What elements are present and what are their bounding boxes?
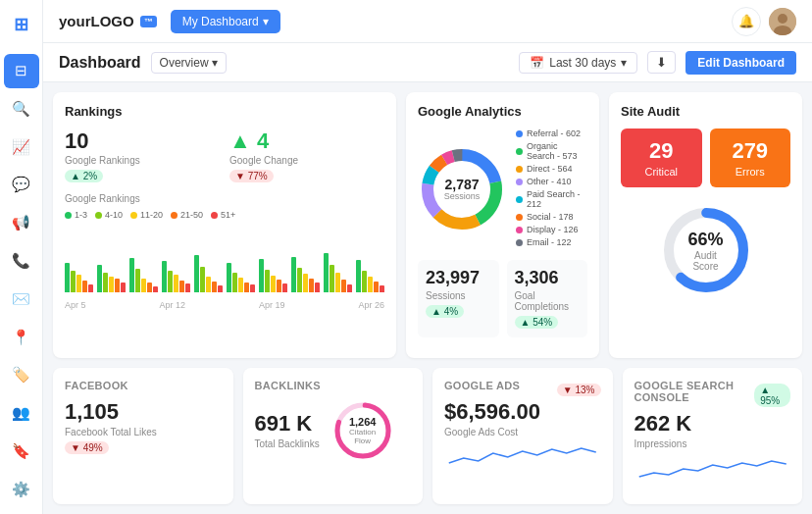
chart-footer: Apr 5 Apr 12 Apr 19 Apr 26 <box>65 300 384 310</box>
google-ads-label: Google Ads Cost <box>444 427 601 437</box>
sidebar-bookmark[interactable]: 🔖 <box>4 434 39 468</box>
citation-flow-donut: 1,264 Citation Flow <box>331 399 394 462</box>
legend-other: Other - 410 <box>516 177 587 186</box>
rankings-card: Rankings 10 Google Rankings ▲ 2% ▲ 4 Goo… <box>53 92 396 358</box>
citation-label: Citation Flow <box>347 428 379 445</box>
date-range-button[interactable]: 📅 Last 30 days ▾ <box>519 52 637 74</box>
legend-display: Display - 126 <box>516 225 587 234</box>
search-console-label: Impressions <box>634 438 791 449</box>
edit-dashboard-button[interactable]: Edit Dashboard <box>685 51 796 75</box>
facebook-badge: ▼ 49% <box>65 441 109 454</box>
dashboard-grid: Rankings 10 Google Rankings ▲ 2% ▲ 4 Goo… <box>43 82 812 514</box>
analytics-legend: Referral - 602 Organic Search - 573 Dire… <box>516 128 587 250</box>
sidebar-email[interactable]: ✉️ <box>4 282 39 316</box>
score-center: 66% Audit Score <box>682 230 731 272</box>
backlinks-value: 691 K <box>255 411 320 437</box>
google-ads-badge: ▼ 13% <box>557 384 601 396</box>
bar-group-10 <box>356 260 384 292</box>
bar-group-5 <box>194 255 223 292</box>
search-console-badge: ▲ 95% <box>754 384 790 407</box>
goals-label: Goal Completions <box>515 290 581 312</box>
bar-group-1 <box>65 263 93 292</box>
legend-referral: Referral - 602 <box>516 128 587 138</box>
donut-center: 2,787 Sessions <box>444 178 481 201</box>
backlinks-card: Backlinks 691 K Total Backlinks 1,264 <box>243 368 424 505</box>
citation-center: 1,264 Citation Flow <box>347 416 379 445</box>
logo-text: yourLOGO <box>59 13 134 29</box>
goals-stat: 3,306 Goal Completions ▲ 54% <box>507 260 588 337</box>
bar-group-4 <box>162 261 190 292</box>
chart-label: Google Rankings <box>65 193 384 204</box>
google-ads-card: Google Ads ▼ 13% $6,596.00 Google Ads Co… <box>432 368 613 505</box>
main-area: yourLOGO ™ My Dashboard ▾ 🔔 Dashboard Ov… <box>43 0 812 514</box>
legend-paid: Paid Search - 212 <box>516 189 587 209</box>
sidebar-logo[interactable]: ⊞ <box>4 8 39 42</box>
google-ads-value: $6,596.00 <box>444 399 601 425</box>
dashboard-button[interactable]: My Dashboard ▾ <box>171 10 280 33</box>
sidebar-location[interactable]: 📍 <box>4 320 39 354</box>
change-label: Google Change <box>229 155 384 166</box>
donut-value: 2,787 <box>444 178 481 191</box>
backlinks-stats: 691 K Total Backlinks <box>255 411 320 449</box>
sidebar-chat[interactable]: 💬 <box>4 168 39 202</box>
google-analytics-card: Google Analytics <box>406 92 599 358</box>
google-change-metric: ▲ 4 Google Change ▼ 77% <box>229 128 384 183</box>
search-console-sparkline <box>634 455 791 485</box>
overview-button[interactable]: Overview ▾ <box>151 52 227 74</box>
bottom-row: Facebook 1,105 Facebook Total Likes ▼ 49… <box>53 368 802 505</box>
change-badge: ▼ 77% <box>229 170 274 182</box>
sidebar: ⊞ ⊟ 🔍 📈 💬 📢 📞 ✉️ 📍 🏷️ 👥 🔖 ⚙️ <box>0 0 43 514</box>
sidebar-tag[interactable]: 🏷️ <box>4 358 39 392</box>
sessions-badge: ▲ 4% <box>426 305 464 318</box>
sidebar-analytics[interactable]: 📈 <box>4 129 39 164</box>
bar-group-9 <box>324 253 352 292</box>
content-header: Dashboard Overview ▾ 📅 Last 30 days ▾ ⬇ … <box>43 43 812 82</box>
backlinks-label: Total Backlinks <box>255 438 320 449</box>
google-rankings-metric: 10 Google Rankings ▲ 2% <box>65 128 220 183</box>
svg-point-1 <box>778 14 787 24</box>
sessions-label: Sessions <box>426 290 491 301</box>
sessions-stat: 23,997 Sessions ▲ 4% <box>418 260 499 337</box>
donut-section: 2,787 Sessions Referral - 602 Organic Se… <box>418 128 587 250</box>
sidebar-megaphone[interactable]: 📢 <box>4 206 39 240</box>
legend-direct: Direct - 564 <box>516 164 587 174</box>
date-apr19: Apr 19 <box>259 300 285 310</box>
score-chart: 66% Audit Score <box>657 201 755 299</box>
legend-11-20: 11-20 <box>130 210 163 220</box>
critical-label: Critical <box>631 166 692 178</box>
errors-label: Errors <box>720 166 782 178</box>
date-apr12: Apr 12 <box>159 300 185 310</box>
facebook-title: Facebook <box>65 380 222 391</box>
google-label: Google Rankings <box>65 155 220 166</box>
legend-social: Social - 178 <box>516 212 587 222</box>
legend-email: Email - 122 <box>516 237 587 247</box>
sidebar-search[interactable]: 🔍 <box>4 92 39 127</box>
avatar[interactable] <box>769 8 796 35</box>
backlinks-title: Backlinks <box>255 380 412 391</box>
sidebar-home[interactable]: ⊟ <box>4 54 39 88</box>
analytics-bottom: 23,997 Sessions ▲ 4% 3,306 Goal Completi… <box>418 260 587 337</box>
bar-group-7 <box>259 259 287 292</box>
audit-top: 29 Critical 279 Errors <box>621 128 790 187</box>
notification-button[interactable]: 🔔 <box>732 7 761 36</box>
legend-51plus: 51+ <box>211 210 235 220</box>
score-value: 66% <box>682 230 731 250</box>
rankings-title: Rankings <box>65 104 384 119</box>
search-console-title: Google Search Console <box>634 380 755 403</box>
critical-box: 29 Critical <box>621 128 702 187</box>
donut-label: Sessions <box>444 191 481 201</box>
google-ads-sparkline <box>444 443 601 473</box>
sidebar-phone[interactable]: 📞 <box>4 244 39 279</box>
date-apr26: Apr 26 <box>358 300 384 310</box>
sidebar-users[interactable]: 👥 <box>4 396 39 431</box>
facebook-card: Facebook 1,105 Facebook Total Likes ▼ 49… <box>53 368 233 505</box>
rankings-metrics: 10 Google Rankings ▲ 2% ▲ 4 Google Chang… <box>65 128 384 183</box>
sessions-value: 23,997 <box>426 268 491 288</box>
bar-group-6 <box>227 263 255 292</box>
search-console-value: 262 K <box>634 411 791 437</box>
sidebar-settings[interactable]: ⚙️ <box>4 472 39 506</box>
facebook-value: 1,105 <box>65 399 222 425</box>
download-button[interactable]: ⬇ <box>647 51 676 74</box>
donut-chart: 2,787 Sessions <box>418 145 506 233</box>
score-label: Audit Score <box>682 250 731 272</box>
